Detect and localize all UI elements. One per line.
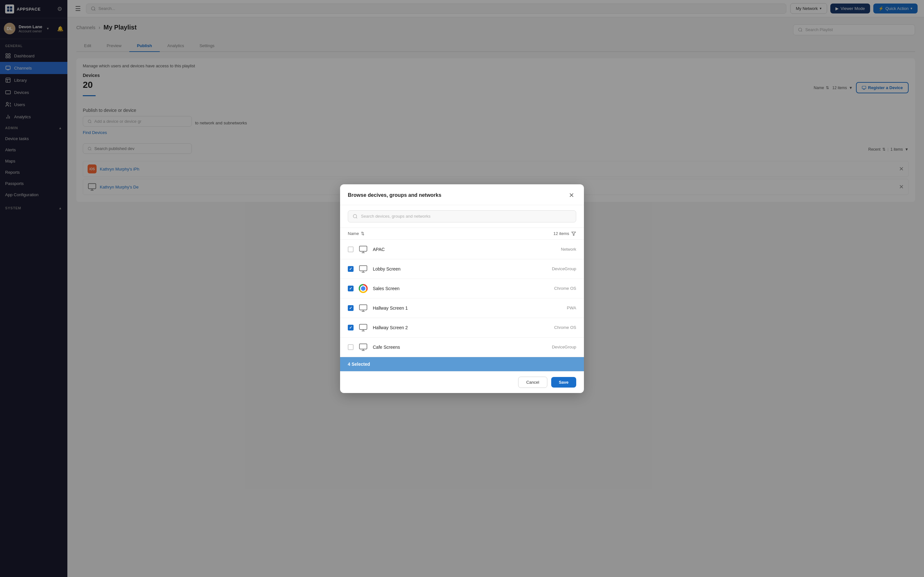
list-item[interactable]: Sales Screen Chrome OS	[340, 279, 584, 298]
svg-rect-47	[359, 324, 367, 329]
checkbox-hallway1[interactable]	[348, 305, 354, 311]
modal-list-header: Name ⇅ 12 items	[340, 228, 584, 240]
modal-name-sort[interactable]: Name ⇅	[348, 231, 365, 236]
svg-rect-44	[359, 305, 367, 309]
svg-rect-41	[359, 266, 367, 271]
filter-icon[interactable]	[571, 231, 576, 236]
modal-search-bar[interactable]	[348, 210, 576, 222]
list-item[interactable]: Hallway Screen 1 PWA	[340, 298, 584, 318]
device-icon-apac	[358, 244, 368, 255]
modal-search-input[interactable]	[361, 214, 572, 219]
modal-overlay[interactable]: Browse decives, groups and networks ✕ Na…	[0, 0, 924, 577]
device-name-apac: APAC	[373, 247, 533, 252]
modal-selection-count: 4 Selected	[340, 357, 584, 371]
device-name-hallway2: Hallway Screen 2	[373, 325, 533, 330]
modal-items-count: 12 items	[553, 231, 576, 236]
cancel-button[interactable]: Cancel	[518, 377, 547, 388]
modal-header: Browse decives, groups and networks ✕	[340, 184, 584, 205]
modal-search-icon	[352, 214, 358, 219]
device-type-apac: Network	[538, 247, 576, 251]
device-icon-hallway1	[358, 303, 368, 313]
save-button[interactable]: Save	[551, 377, 576, 388]
modal-footer-actions: Cancel Save	[340, 371, 584, 393]
device-name-cafe: Cafe Screens	[373, 345, 533, 350]
svg-rect-38	[359, 246, 367, 251]
checkbox-lobby[interactable]	[348, 266, 354, 272]
modal-close-button[interactable]: ✕	[567, 191, 576, 200]
svg-marker-37	[572, 232, 575, 235]
list-item[interactable]: Lobby Screen DeviceGroup	[340, 259, 584, 279]
device-type-hallway1: PWA	[538, 306, 576, 310]
device-type-cafe: DeviceGroup	[538, 345, 576, 350]
device-icon-cafe	[358, 342, 368, 352]
device-icon-hallway2	[358, 322, 368, 333]
list-item[interactable]: APAC Network	[340, 240, 584, 259]
checkbox-hallway2[interactable]	[348, 325, 354, 330]
device-type-sales: Chrome OS	[538, 286, 576, 291]
list-item[interactable]: Cafe Screens DeviceGroup	[340, 338, 584, 357]
svg-point-35	[353, 214, 357, 218]
modal-device-list: APAC Network Lobby Screen DeviceGroup Sa…	[340, 240, 584, 357]
modal-search-section	[340, 205, 584, 228]
device-name-hallway1: Hallway Screen 1	[373, 306, 533, 311]
device-name-lobby: Lobby Screen	[373, 266, 533, 271]
svg-line-36	[356, 218, 357, 218]
checkbox-cafe[interactable]	[348, 344, 354, 350]
modal-title: Browse decives, groups and networks	[348, 192, 441, 198]
browse-modal: Browse decives, groups and networks ✕ Na…	[340, 184, 584, 393]
checkbox-sales[interactable]	[348, 285, 354, 292]
checkbox-apac[interactable]	[348, 247, 354, 252]
device-type-hallway2: Chrome OS	[538, 325, 576, 330]
device-name-sales: Sales Screen	[373, 286, 533, 291]
device-icon-lobby	[358, 264, 368, 274]
chrome-icon	[359, 284, 368, 293]
svg-rect-50	[359, 343, 367, 349]
list-item[interactable]: Hallway Screen 2 Chrome OS	[340, 318, 584, 338]
device-type-lobby: DeviceGroup	[538, 266, 576, 271]
device-icon-sales	[358, 284, 368, 293]
